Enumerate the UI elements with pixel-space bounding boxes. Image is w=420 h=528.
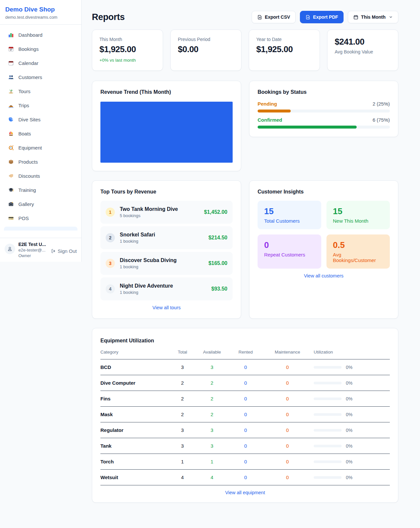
utilization-bar-track — [314, 476, 342, 479]
equipment-available: 4 — [194, 470, 230, 485]
sidebar-item-dashboard[interactable]: Dashboard — [4, 29, 77, 40]
sidebar-item-tours[interactable]: Tours — [4, 86, 77, 97]
tour-bookings: 1 booking — [120, 290, 173, 295]
tile-repeat-customers: 0 Repeat Customers — [258, 234, 321, 269]
calendar-icon — [353, 15, 358, 20]
utilization-percent: 0% — [346, 396, 352, 401]
main-content: Reports Export CSV Export PDF This Month… — [82, 0, 420, 516]
file-download-icon — [257, 15, 262, 20]
tour-revenue: $93.50 — [211, 286, 227, 292]
list-item: 1 Two Tank Morning Dive 5 bookings $1,45… — [100, 201, 233, 224]
table-row: Dive Computer 2 2 0 0 0% — [100, 375, 390, 391]
sidebar: Demo Dive Shop demo.test.divestreams.com… — [0, 0, 82, 262]
equipment-utilization: 0% — [314, 454, 390, 470]
bookings-by-status-title: Bookings by Status — [258, 89, 390, 95]
utilization-bar-track — [314, 413, 342, 416]
bookings-icon: 17 — [8, 46, 14, 52]
equipment-rented: 0 — [230, 422, 261, 438]
equipment-category: Regulator — [100, 422, 171, 438]
utilization-bar-track — [314, 445, 342, 447]
tour-name: Snorkel Safari — [120, 232, 155, 238]
user-info: E2E Test U... e2e-tester@... Owner — [18, 242, 46, 258]
view-all-tours-link[interactable]: View all tours — [100, 305, 233, 310]
user-email: e2e-tester@... — [18, 248, 46, 253]
sidebar-item-label: Dive Sites — [18, 117, 41, 122]
view-all-equipment-link[interactable]: View all equipment — [100, 490, 390, 495]
sidebar-item-label: Bookings — [18, 46, 39, 52]
export-csv-button[interactable]: Export CSV — [252, 11, 296, 23]
equipment-rented: 0 — [230, 454, 261, 470]
svg-text:17: 17 — [10, 49, 12, 51]
insight-tiles: 15 Total Customers 15 New This Month 0 R… — [258, 201, 390, 269]
equipment-total: 3 — [171, 422, 194, 438]
rank-badge: 2 — [106, 233, 115, 242]
sidebar-item-active-partial[interactable] — [4, 227, 77, 231]
stat-cards: This Month $1,925.00 +0% vs last month P… — [92, 30, 398, 71]
column-header: Maintenance — [261, 350, 314, 359]
tour-revenue: $165.00 — [208, 260, 227, 266]
export-pdf-button[interactable]: Export PDF — [300, 11, 344, 23]
column-header: Rented — [230, 350, 261, 359]
sidebar-item-pos[interactable]: POS — [4, 213, 77, 224]
sidebar-item-trips[interactable]: Trips — [4, 100, 77, 111]
shop-domain: demo.test.divestreams.com — [5, 15, 76, 20]
table-header-row: Category Total Available Rented Maintena… — [100, 350, 390, 359]
insights-row: Top Tours by Revenue 1 Two Tank Morning … — [92, 180, 398, 319]
equipment-maintenance: 0 — [261, 391, 314, 407]
column-header: Total — [171, 350, 194, 359]
table-row: Regulator 3 3 0 0 0% — [100, 422, 390, 438]
equipment-available: 3 — [194, 359, 230, 375]
status-bar-fill — [258, 110, 291, 112]
status-bar-track — [258, 110, 390, 112]
tile-value: 15 — [264, 206, 315, 216]
equipment-utilization: 0% — [314, 407, 390, 422]
equipment-category: Mask — [100, 407, 171, 422]
stat-label: Previous Period — [178, 37, 234, 42]
view-all-customers-link[interactable]: View all customers — [258, 273, 390, 278]
gallery-icon — [8, 201, 14, 207]
sidebar-item-calendar[interactable]: Calendar — [4, 57, 77, 69]
status-label: Confirmed — [258, 117, 282, 123]
equipment-category: Dive Computer — [100, 375, 171, 391]
column-header: Available — [194, 350, 230, 359]
tour-name: Two Tank Morning Dive — [120, 206, 178, 212]
equipment-maintenance: 0 — [261, 438, 314, 454]
revenue-trend-chart — [100, 102, 233, 163]
utilization-percent: 0% — [346, 365, 352, 370]
products-icon — [8, 159, 14, 165]
sidebar-item-training[interactable]: Training — [4, 184, 77, 195]
equipment-utilization: 0% — [314, 470, 390, 485]
dive-sites-icon — [8, 116, 14, 122]
person-icon — [7, 246, 12, 252]
equipment-rented: 0 — [230, 438, 261, 454]
table-row: Mask 2 2 0 0 0% — [100, 407, 390, 422]
sidebar-item-equipment[interactable]: Equipment — [4, 142, 77, 153]
sidebar-item-discounts[interactable]: Discounts — [4, 170, 77, 181]
sidebar-item-bookings[interactable]: 17 Bookings — [4, 43, 77, 54]
table-row: Fins 2 2 0 0 0% — [100, 391, 390, 407]
equipment-utilization: 0% — [314, 359, 390, 375]
equipment-rented: 0 — [230, 470, 261, 485]
column-header: Category — [100, 350, 171, 359]
equipment-total: 3 — [171, 359, 194, 375]
sign-out-button[interactable]: Sign Out — [51, 248, 77, 254]
equipment-utilization-card: Equipment Utilization Category Total Ava… — [92, 328, 398, 503]
stat-delta: +0% vs last month — [99, 58, 156, 63]
avatar — [5, 244, 15, 254]
chevron-down-icon — [389, 15, 393, 19]
sidebar-item-gallery[interactable]: Gallery — [4, 198, 77, 210]
sidebar-nav: Dashboard 17 Bookings Calendar Customers… — [0, 25, 81, 238]
customer-insights-title: Customer Insights — [258, 189, 390, 195]
sidebar-item-boats[interactable]: Boats — [4, 128, 77, 139]
sidebar-item-customers[interactable]: Customers — [4, 71, 77, 83]
utilization-bar-track — [314, 397, 342, 400]
equipment-available: 2 — [194, 391, 230, 407]
status-bar-fill — [258, 126, 357, 129]
tour-revenue: $214.50 — [208, 235, 227, 241]
period-select[interactable]: This Month — [348, 11, 398, 23]
sidebar-item-products[interactable]: Products — [4, 156, 77, 167]
sidebar-item-dive-sites[interactable]: Dive Sites — [4, 114, 77, 125]
sidebar-item-label: Tours — [18, 89, 31, 94]
sidebar-item-label: Equipment — [18, 145, 42, 151]
equipment-total: 2 — [171, 391, 194, 407]
